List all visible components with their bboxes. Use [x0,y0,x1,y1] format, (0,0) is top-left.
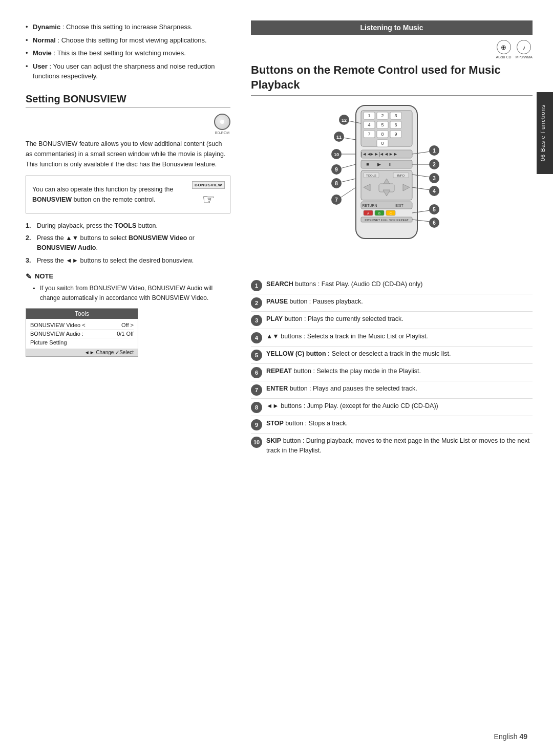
svg-text:3: 3 [433,176,436,181]
desc-item-5: 5 YELLOW (C) button : Select or deselect… [251,347,533,364]
mp3-wma-icon: ♪ MP3/WMA [516,40,533,59]
desc-item-2: 2 PAUSE button : Pauses playback. [251,294,533,312]
description-list: 1 SEARCH buttons : Fast Play. (Audio CD … [251,277,533,458]
svg-text:8: 8 [335,181,338,186]
remote-diagram-area: 1 2 3 4 5 6 7 8 9 [251,103,533,267]
desc-num-3: 3 [251,315,262,326]
svg-text:7: 7 [335,197,338,203]
svg-text:11: 11 [336,135,342,140]
tools-menu-row: BONUSVIEW Audio : 0/1 Off [30,330,134,338]
desc-text-8: ◄► buttons : Jump Play. (except for the … [266,401,533,411]
desc-text-6: REPEAT button : Selects the play mode in… [266,366,533,376]
bonusview-hint-text: You can also operate this function by pr… [32,184,188,205]
list-item: Normal : Choose this setting for most vi… [26,34,230,47]
bonusview-button-label: BONUSVIEW [192,181,225,189]
desc-text-1: SEARCH buttons : Fast Play. (Audio CD (C… [266,279,533,289]
desc-num-6: 6 [251,367,262,378]
tools-menu-title: Tools [26,309,138,319]
svg-text:4: 4 [433,188,436,194]
step-1: 1. During playback, press the TOOLS butt… [26,220,230,232]
svg-text:6: 6 [433,220,436,226]
steps-list: 1. During playback, press the TOOLS butt… [26,220,230,267]
svg-text:4: 4 [368,122,370,127]
svg-text:►►: ►► [389,152,398,157]
svg-text:►►|: ►►| [370,152,380,157]
svg-line-82 [343,138,356,140]
desc-text-4: ▲▼ buttons : Selects a track in the Musi… [266,332,533,341]
list-item: Movie : This is the best setting for wat… [26,47,230,60]
svg-text:■: ■ [366,162,369,167]
tools-menu-row: BONUSVIEW Video < Off > [30,321,134,330]
desc-num-5: 5 [251,350,262,361]
tools-menu-mockup: Tools BONUSVIEW Video < Off > BONUSVIEW … [26,308,138,357]
svg-text:INFO: INFO [397,174,405,177]
desc-num-10: 10 [251,437,262,448]
svg-text:8: 8 [381,132,384,137]
left-column: Dynamic : Choose this setting to increas… [26,20,246,736]
desc-text-7: ENTER button : Plays and pauses the sele… [266,384,533,394]
svg-text:A: A [367,212,369,215]
svg-text:EXIT: EXIT [395,204,403,207]
desc-item-1: 1 SEARCH buttons : Fast Play. (Audio CD … [251,277,533,294]
bdrom-label: BD-ROM [215,131,229,135]
desc-text-3: PLAY button : Plays the currently select… [266,314,533,324]
desc-num-2: 2 [251,297,262,309]
desc-item-10: 10 SKIP button : During playback, moves … [251,434,533,458]
note-content: If you switch from BONUSVIEW Video, BONU… [26,284,230,303]
desc-text-10: SKIP button : During playback, moves to … [266,436,533,456]
desc-text-9: STOP button : Stops a track. [266,419,533,428]
hand-icon: ☞ [202,191,215,208]
side-tab: 06 Basic Functions [537,92,553,174]
desc-num-9: 9 [251,419,262,430]
svg-text:◄◄: ◄◄ [379,152,389,157]
bdrom-icon-row: BD-ROM [26,114,230,135]
tools-menu-body: BONUSVIEW Video < Off > BONUSVIEW Audio … [26,319,138,349]
bullet-list: Dynamic : Choose this setting to increas… [26,20,230,83]
svg-text:9: 9 [335,167,338,172]
remote-svg: 1 2 3 4 5 6 7 8 9 [312,103,471,267]
desc-text-2: PAUSE button : Pauses playback. [266,297,533,307]
svg-text:2: 2 [381,113,384,118]
svg-line-70 [341,187,356,198]
svg-line-76 [341,164,356,168]
svg-text:0: 0 [381,141,384,146]
bonusview-hint-box: You can also operate this function by pr… [26,176,230,213]
right-column: Listening to Music ⊕ Audio CD ♪ MP3/WMA … [246,20,553,736]
desc-num-8: 8 [251,402,262,413]
step-3: 3. Press the ◄► buttons to select the de… [26,254,230,267]
list-item: User : You user can adjust the sharpness… [26,60,230,83]
svg-text:12: 12 [342,118,347,123]
svg-text:7: 7 [368,132,370,137]
desc-num-4: 4 [251,332,262,343]
svg-text:II: II [389,162,391,167]
svg-text:▶: ▶ [377,162,381,167]
side-tab-label: 06 Basic Functions [540,105,546,162]
svg-text:RETURN: RETURN [362,204,377,207]
audio-cd-icon: ⊕ Audio CD [496,40,512,59]
svg-text:3: 3 [394,113,397,118]
right-section-title: Buttons on the Remote Control used for M… [251,63,533,96]
step-2: 2. Press the ▲▼ buttons to select BONUSV… [26,232,230,254]
tools-menu-footer: ◄► Change ✓Select [26,349,138,356]
svg-text:INTERNET  FULL SCR  REPEAT: INTERNET FULL SCR REPEAT [365,219,409,222]
svg-text:6: 6 [394,122,397,127]
svg-text:2: 2 [433,162,436,167]
svg-text:1: 1 [368,113,370,118]
note-section: ✎ NOTE If you switch from BONUSVIEW Vide… [26,272,230,303]
desc-item-4: 4 ▲▼ buttons : Selects a track in the Mu… [251,329,533,347]
desc-num-1: 1 [251,280,262,291]
note-title: ✎ NOTE [26,272,230,280]
svg-text:1: 1 [433,148,436,154]
desc-num-7: 7 [251,384,262,396]
svg-text:C: C [390,212,392,215]
section-title-bonusview: Setting BONUSVIEW [26,93,230,107]
bonusview-body-text: The BONUSVIEW feature allows you to view… [26,139,230,169]
svg-text:5: 5 [433,207,436,212]
bdrom-disc-icon [214,114,230,130]
list-item: Dynamic : Choose this setting to increas… [26,20,230,34]
desc-item-6: 6 REPEAT button : Selects the play mode … [251,364,533,381]
bonusview-hand-area: BONUSVIEW ☞ [193,181,224,208]
svg-text:10: 10 [334,152,339,157]
svg-text:9: 9 [394,132,397,137]
audio-icons-row: ⊕ Audio CD ♪ MP3/WMA [251,40,533,59]
